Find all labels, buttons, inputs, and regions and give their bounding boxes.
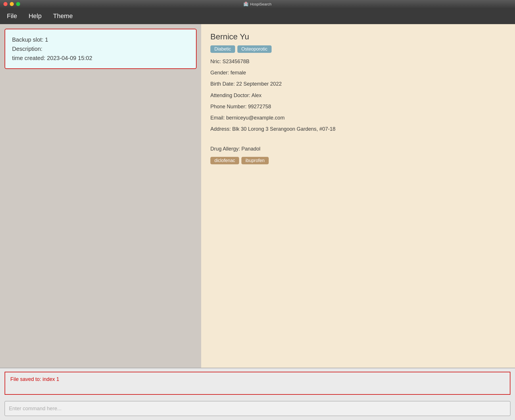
menu-file[interactable]: File [5, 11, 19, 21]
left-panel: Backup slot: 1 Description: time created… [0, 24, 201, 368]
minimize-button[interactable] [10, 2, 14, 6]
menu-theme[interactable]: Theme [51, 11, 75, 21]
patient-nric: Nric: S2345678B [210, 58, 506, 65]
patient-attending-doctor: Attending Doctor: Alex [210, 92, 506, 99]
drug-tag-diclofenac: diclofenac [210, 157, 239, 164]
backup-description: Description: [12, 44, 189, 53]
command-input[interactable] [5, 401, 510, 416]
patient-gender: Gender: female [210, 69, 506, 76]
main-content: Backup slot: 1 Description: time created… [0, 24, 515, 368]
menu-bar: File Help Theme [0, 8, 515, 24]
window-controls[interactable] [3, 2, 20, 6]
backup-time: time created: 2023-04-09 15:02 [12, 53, 189, 63]
app-title: 🏥 HospiSearch [243, 2, 271, 6]
app-name: HospiSearch [250, 2, 271, 6]
backup-slot: Backup slot: 1 [12, 35, 189, 44]
title-bar: 🏥 HospiSearch [0, 0, 515, 8]
patient-address: Address: Blk 30 Lorong 3 Serangoon Garde… [210, 126, 506, 133]
backup-card: Backup slot: 1 Description: time created… [5, 29, 197, 69]
patient-name: Bernice Yu [210, 32, 506, 41]
patient-phone-number: Phone Number: 99272758 [210, 103, 506, 110]
status-box: File saved to: index 1 [5, 372, 510, 395]
right-panel: Bernice Yu Diabetic Osteoporotic Nric: S… [201, 24, 515, 368]
drug-tags: diclofenac ibuprofen [210, 157, 506, 164]
maximize-button[interactable] [16, 2, 20, 6]
patient-email: Email: berniceyu@example.com [210, 114, 506, 122]
patient-birth-date: Birth Date: 22 September 2022 [210, 80, 506, 88]
condition-tag-diabetic: Diabetic [210, 45, 235, 53]
patient-info: Nric: S2345678B Gender: female Birth Dat… [210, 58, 506, 169]
menu-help[interactable]: Help [26, 11, 44, 21]
condition-tags: Diabetic Osteoporotic [210, 45, 506, 53]
patient-drug-allergy: Drug Allergy: Panadol [210, 145, 506, 153]
close-button[interactable] [3, 2, 7, 6]
drug-tag-ibuprofen: ibuprofen [241, 157, 269, 164]
bottom-area: File saved to: index 1 [0, 368, 515, 420]
app-icon: 🏥 [243, 2, 248, 6]
command-area[interactable] [0, 398, 515, 420]
status-message: File saved to: index 1 [10, 376, 505, 382]
condition-tag-osteoporotic: Osteoporotic [237, 45, 272, 53]
